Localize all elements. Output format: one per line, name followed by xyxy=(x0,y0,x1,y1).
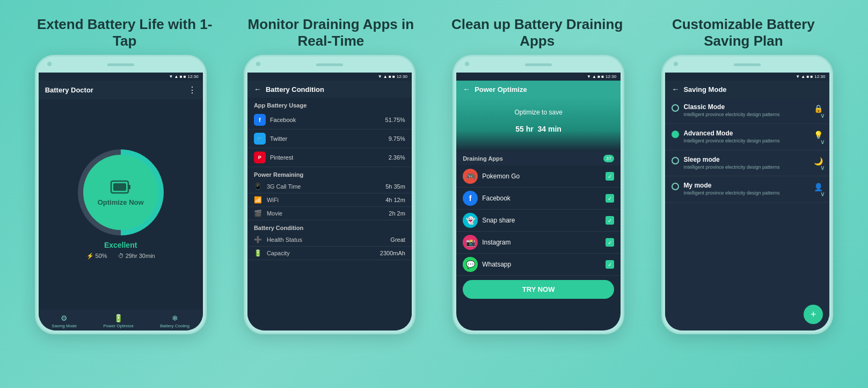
mode-my-desc: Intelligent province electricity design … xyxy=(683,190,809,197)
battery-stats: ⚡ 50% ⏱ 29hr 30min xyxy=(86,253,155,260)
snapshare-icon: 👻 xyxy=(463,213,478,228)
phone-top-bar-3 xyxy=(454,56,623,73)
time-remaining: ⏱ 29hr 30min xyxy=(118,253,155,260)
mode-advanced-radio[interactable] xyxy=(672,131,679,138)
phone4-content: Classic Mode Intelligent province electr… xyxy=(665,98,829,330)
facebook-check[interactable]: ✓ xyxy=(606,194,614,203)
pinterest-pct: 2.36% xyxy=(389,154,405,161)
phone-screen-3: ▼ ▲ ■ ■ 12:30 ← Power Optimize Optimize … xyxy=(456,73,621,330)
mode-sleep[interactable]: Sleep mode Intelligent province electric… xyxy=(665,150,829,177)
phone1-main: Optimize Now Excellent ⚡ 50% ⏱ 29hr 30mi… xyxy=(39,99,203,310)
phone3-back-icon[interactable]: ← xyxy=(463,85,470,94)
drain-pokemon: 🎮 Pokemon Go ✓ xyxy=(456,166,621,188)
power-wifi: 📶 WiFi 4h 12m xyxy=(247,193,412,207)
fab-button[interactable]: + xyxy=(804,305,823,324)
status-time-2: 12:30 xyxy=(397,74,407,79)
status-icons-3: ▼ ▲ ■ ■ xyxy=(587,74,604,79)
whatsapp-name: Whatsapp xyxy=(482,261,606,268)
phone-top-bar-1 xyxy=(37,56,205,73)
phone1-app-name: Battery Doctor xyxy=(45,86,93,94)
nav-power-optimize[interactable]: 🔋 Power Optimize xyxy=(103,314,133,328)
mode-classic[interactable]: Classic Mode Intelligent province electr… xyxy=(665,98,829,124)
instagram-check[interactable]: ✓ xyxy=(606,238,614,247)
pinterest-name: Pinterest xyxy=(270,154,389,161)
pokemon-name: Pokemon Go xyxy=(482,173,606,180)
nav-saving-mode[interactable]: ⚙ Saving Mode xyxy=(52,314,77,328)
phone-2: ▼ ▲ ■ ■ 12:30 ← Battery Condition App Ba… xyxy=(244,55,415,334)
snapshare-check[interactable]: ✓ xyxy=(606,216,614,225)
phone-3: ▼ ▲ ■ ■ 12:30 ← Power Optimize Optimize … xyxy=(453,55,624,334)
mode-advanced-info: Advanced Mode Intelligent province elect… xyxy=(683,130,809,145)
status-icons-2: ▼ ▲ ■ ■ xyxy=(378,74,395,79)
status-time-4: 12:30 xyxy=(814,74,825,79)
status-icons-1: ▼ ▲ ■ ■ xyxy=(169,74,186,79)
try-now-button[interactable]: TRY NOW xyxy=(463,280,614,299)
battery-pct: ⚡ 50% xyxy=(86,253,107,260)
battery-circle-inner: Optimize Now xyxy=(83,155,158,230)
power-3g-name: 3G Call Time xyxy=(267,183,385,190)
condition-label: Battery Condition xyxy=(247,220,412,233)
drain-facebook: f Facebook ✓ xyxy=(456,188,621,210)
optimize-label: Optimize Now xyxy=(98,198,144,206)
mode-sleep-radio[interactable] xyxy=(672,157,679,164)
mode-classic-info: Classic Mode Intelligent province electr… xyxy=(683,103,809,118)
draining-badge: 37 xyxy=(603,155,614,162)
drain-facebook-name: Facebook xyxy=(482,195,606,202)
mode-advanced[interactable]: Advanced Mode Intelligent province elect… xyxy=(665,124,829,150)
phone-top-bar-2 xyxy=(245,56,414,73)
phone3-hero: Optimize to save 55 hr 34 min xyxy=(456,98,621,152)
phone3-title: Power Optimize xyxy=(475,85,527,94)
phone-4: ▼ ▲ ■ ■ 12:30 ← Saving Mode Classic Mode… xyxy=(661,55,833,334)
wifi-icon: 📶 xyxy=(254,196,262,204)
phone-screen-2: ▼ ▲ ■ ■ 12:30 ← Battery Condition App Ba… xyxy=(247,73,412,330)
app-row-pinterest: P Pinterest 2.36% xyxy=(247,148,412,167)
capacity-name: Capacity xyxy=(267,250,380,256)
twitter-pct: 9.75% xyxy=(389,135,405,142)
battery-cooling-icon: ❄ xyxy=(172,314,178,322)
power-optimize-label: Power Optimize xyxy=(103,324,133,328)
status-bar-4: ▼ ▲ ■ ■ 12:30 xyxy=(665,73,829,81)
phone-speaker-1 xyxy=(107,63,134,66)
status-icons-4: ▼ ▲ ■ ■ xyxy=(796,74,813,79)
phone3-header: ← Power Optimize xyxy=(456,81,621,98)
pokemon-check[interactable]: ✓ xyxy=(606,172,614,181)
mode-sleep-title: Sleep mode xyxy=(683,156,809,163)
phone2-header: ← Battery Condition xyxy=(247,81,412,98)
phone-screen-4: ▼ ▲ ■ ■ 12:30 ← Saving Mode Classic Mode… xyxy=(665,73,829,330)
mode-sleep-desc: Intelligent province electricity design … xyxy=(683,164,809,171)
movie-icon: 🎬 xyxy=(254,210,262,217)
status-bar-3: ▼ ▲ ■ ■ 12:30 xyxy=(456,73,621,81)
svg-rect-1 xyxy=(128,185,130,189)
optimize-min-label: min xyxy=(548,125,561,133)
mode-my[interactable]: My mode Intelligent province electricity… xyxy=(665,176,829,203)
drain-whatsapp: 💬 Whatsapp ✓ xyxy=(456,254,621,276)
phone4-back-icon[interactable]: ← xyxy=(672,85,679,94)
mode-classic-radio[interactable] xyxy=(672,104,679,112)
optimize-time: 55 hr 34 min xyxy=(467,118,610,135)
app-row-twitter: 🐦 Twitter 9.75% xyxy=(247,130,412,148)
mode-sleep-info: Sleep mode Intelligent province electric… xyxy=(683,156,809,171)
heading-3: Clean up Battery Draining Apps xyxy=(449,16,626,49)
capacity-val: 2300mAh xyxy=(380,250,405,256)
phone-speaker-4 xyxy=(734,63,761,66)
power-3g: 📱 3G Call Time 5h 35m xyxy=(247,180,412,193)
status-bar-1: ▼ ▲ ■ ■ 12:30 xyxy=(39,73,203,81)
phone2-content: App Battery Usage f Facebook 51.75% 🐦 Tw… xyxy=(247,98,412,330)
phone-speaker-3 xyxy=(525,63,552,66)
battery-status: Excellent xyxy=(104,241,137,249)
mode-my-radio[interactable] xyxy=(672,183,679,190)
mode-advanced-desc: Intelligent province electricity design … xyxy=(683,138,809,145)
battery-circle[interactable]: Optimize Now xyxy=(78,149,164,235)
phone1-menu-icon[interactable]: ⋮ xyxy=(188,85,196,95)
pinterest-icon: P xyxy=(254,152,266,163)
app-usage-label: App Battery Usage xyxy=(247,98,412,111)
instagram-name: Instagram xyxy=(482,239,606,246)
phone-screen-1: ▼ ▲ ■ ■ 12:30 Battery Doctor ⋮ Optimize … xyxy=(39,73,203,330)
power-wifi-name: WiFi xyxy=(267,197,385,203)
whatsapp-check[interactable]: ✓ xyxy=(606,260,614,269)
power-3g-val: 5h 35m xyxy=(385,183,405,190)
nav-battery-cooling[interactable]: ❄ Battery Cooling xyxy=(160,314,189,328)
phone2-back-icon[interactable]: ← xyxy=(254,85,261,94)
heading-2: Monitor Draining Apps in Real-Time xyxy=(242,16,419,49)
status-bar-2: ▼ ▲ ■ ■ 12:30 xyxy=(247,73,412,81)
